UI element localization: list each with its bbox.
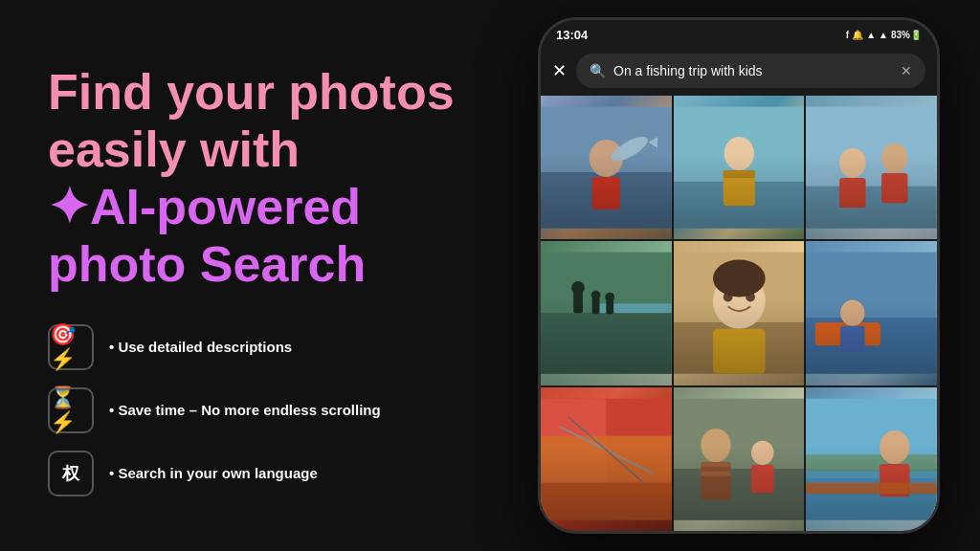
svg-rect-45 — [674, 469, 805, 520]
headline-line4: photo Search — [48, 236, 459, 294]
svg-rect-3 — [592, 177, 620, 209]
feature-item-time: ⏳⚡ • Save time – No more endless scrolli… — [48, 387, 459, 433]
svg-point-32 — [713, 260, 766, 298]
search-back-button[interactable]: ✕ — [552, 60, 567, 81]
feature-text-time: • Save time – No more endless scrolling — [109, 402, 381, 418]
features-list: 🎯⚡ • Use detailed descriptions ⏳⚡ • Save… — [48, 324, 459, 496]
svg-rect-19 — [597, 304, 672, 314]
photo-4[interactable] — [541, 241, 672, 385]
feature-text-descriptions: • Use detailed descriptions — [109, 339, 292, 355]
language-icon: 权 — [48, 451, 94, 496]
svg-rect-44 — [674, 398, 805, 519]
svg-rect-55 — [806, 454, 937, 472]
status-bar: 13:04 f 🔔 ▲ ▲ 83%🔋 — [541, 20, 937, 46]
photo-grid — [541, 96, 937, 531]
svg-point-56 — [880, 430, 909, 464]
facebook-icon: f — [846, 30, 849, 40]
search-query-text: On a fishing trip with kids — [613, 63, 893, 78]
search-input-box[interactable]: 🔍 On a fishing trip with kids ✕ — [576, 54, 925, 88]
svg-rect-41 — [541, 482, 672, 519]
svg-point-2 — [590, 140, 623, 177]
svg-rect-10 — [723, 170, 754, 178]
svg-point-50 — [751, 440, 773, 464]
search-icon: 🔍 — [590, 63, 606, 78]
photo-8[interactable] — [674, 387, 805, 531]
svg-rect-53 — [806, 469, 937, 520]
svg-point-46 — [701, 429, 730, 462]
svg-point-25 — [605, 293, 614, 302]
headline-line1: Find your photos — [48, 64, 459, 121]
svg-rect-33 — [806, 253, 937, 374]
svg-rect-14 — [839, 178, 865, 208]
status-time: 13:04 — [556, 28, 588, 42]
svg-rect-7 — [674, 182, 805, 229]
hourglass-lightning-icon: ⏳⚡ — [48, 387, 94, 433]
svg-rect-24 — [606, 299, 613, 315]
svg-rect-1 — [541, 172, 672, 229]
svg-rect-9 — [723, 170, 754, 206]
feature-item-descriptions: 🎯⚡ • Use detailed descriptions — [48, 324, 459, 370]
svg-point-8 — [724, 137, 753, 170]
search-bar: ✕ 🔍 On a fishing trip with kids ✕ — [541, 46, 937, 96]
headline-line2: easily with — [48, 121, 459, 179]
svg-rect-35 — [815, 322, 880, 345]
svg-rect-29 — [713, 329, 766, 374]
svg-rect-34 — [806, 318, 937, 374]
svg-rect-48 — [701, 462, 730, 467]
signal-icon: ▲ — [879, 30, 888, 40]
wifi-icon: ▲ — [866, 30, 876, 40]
svg-rect-17 — [541, 253, 672, 374]
svg-rect-16 — [881, 173, 907, 203]
headline: Find your photos easily with ✦AI-powered… — [48, 64, 459, 293]
svg-rect-12 — [806, 187, 937, 229]
svg-point-21 — [571, 281, 585, 295]
svg-rect-39 — [541, 398, 606, 519]
svg-rect-11 — [806, 107, 937, 229]
feature-item-language: 权 • Search in your own language — [48, 451, 459, 496]
photo-9[interactable] — [806, 387, 937, 531]
svg-point-23 — [591, 291, 601, 300]
right-panel: 13:04 f 🔔 ▲ ▲ 83%🔋 ✕ 🔍 On a fishing trip… — [498, 0, 980, 551]
svg-rect-57 — [880, 464, 909, 496]
svg-rect-49 — [701, 472, 730, 476]
search-clear-button[interactable]: ✕ — [901, 63, 912, 78]
feature-text-language: • Search in your own language — [109, 465, 318, 481]
svg-rect-27 — [674, 322, 805, 374]
svg-rect-58 — [806, 482, 937, 494]
photo-1[interactable] — [541, 96, 672, 239]
svg-rect-40 — [541, 435, 672, 482]
svg-rect-18 — [541, 313, 672, 373]
svg-rect-52 — [806, 398, 937, 519]
photo-3[interactable] — [806, 96, 937, 239]
status-icons: f 🔔 ▲ ▲ 83%🔋 — [846, 30, 922, 40]
phone-mockup: 13:04 f 🔔 ▲ ▲ 83%🔋 ✕ 🔍 On a fishing trip… — [538, 17, 940, 534]
svg-rect-0 — [541, 107, 672, 229]
svg-point-15 — [881, 143, 907, 173]
svg-rect-37 — [840, 326, 864, 352]
photo-7[interactable] — [541, 387, 672, 531]
photo-2[interactable] — [674, 96, 805, 239]
svg-rect-6 — [674, 107, 805, 229]
headline-line3: ✦AI-powered — [48, 179, 459, 236]
svg-point-13 — [839, 148, 865, 178]
svg-rect-47 — [701, 462, 730, 499]
photo-5[interactable] — [674, 241, 805, 385]
svg-rect-51 — [751, 465, 773, 493]
notification-icon: 🔔 — [852, 30, 863, 40]
svg-point-36 — [840, 300, 864, 326]
photo-6[interactable] — [806, 241, 937, 385]
svg-rect-54 — [806, 469, 937, 478]
battery-icon: 83%🔋 — [891, 30, 922, 40]
svg-rect-22 — [592, 298, 600, 315]
left-panel: Find your photos easily with ✦AI-powered… — [0, 0, 498, 551]
target-lightning-icon: 🎯⚡ — [48, 324, 94, 370]
